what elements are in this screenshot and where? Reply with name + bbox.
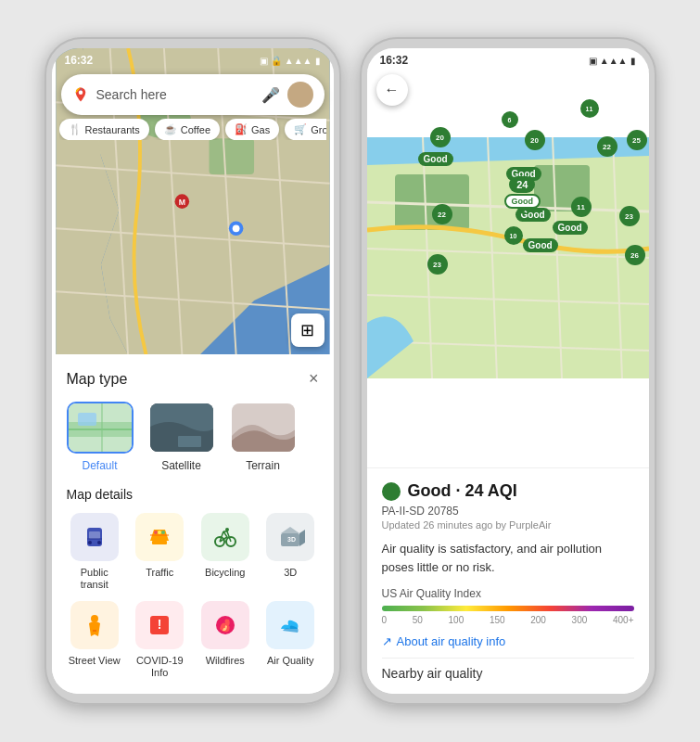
panel-close-button[interactable]: × — [309, 369, 319, 389]
map-type-default-label: Default — [82, 459, 117, 472]
battery-icon: ▮ — [315, 56, 321, 66]
search-placeholder: Search here — [96, 87, 254, 102]
map-type-thumb-satellite — [148, 402, 215, 454]
airquality-icon-box — [266, 601, 314, 649]
covid-icon-box: ! — [135, 601, 184, 649]
traffic-icon-box — [135, 513, 184, 561]
aqi-dot-20b: 20 — [525, 130, 545, 150]
user-avatar[interactable] — [287, 82, 313, 108]
aqi-info-link[interactable]: ↗ About air quality info — [382, 634, 634, 648]
chip-coffee[interactable]: ☕ Coffee — [155, 119, 220, 140]
aqi-scale-bar — [382, 606, 634, 611]
svg-point-34 — [154, 531, 158, 534]
panel-header: Map type × — [67, 369, 319, 389]
right-screen: 16:32 ▣ ▲▲▲ ▮ ← 11 6 20 2 — [367, 48, 649, 694]
back-button[interactable]: ← — [376, 74, 408, 106]
detail-streetview[interactable]: Street View — [67, 601, 123, 679]
map-type-thumb-terrain — [230, 402, 297, 454]
map-type-terrain-label: Terrain — [246, 459, 280, 472]
svg-rect-2 — [209, 138, 254, 174]
search-bar[interactable]: Search here 🎤 — [61, 74, 325, 115]
aqi-updated: Updated 26 minutes ago by PurpleAir — [382, 519, 634, 531]
nearby-air-quality-label: Nearby air quality — [382, 658, 634, 681]
chip-restaurants[interactable]: 🍴 Restaurants — [59, 119, 149, 140]
aqi-dot-10: 10 — [504, 226, 523, 245]
external-link-icon: ↗ — [382, 634, 392, 648]
right-phone: 16:32 ▣ ▲▲▲ ▮ ← 11 6 20 2 — [360, 37, 656, 705]
category-chips: 🍴 Restaurants ☕ Coffee ⛽ Gas 🛒 Grocer — [59, 119, 326, 140]
svg-point-44 — [91, 615, 98, 622]
detail-covid[interactable]: ! COVID-19 Info — [132, 601, 188, 679]
3d-label: 3D — [284, 567, 297, 579]
aqi-dot-23b: 23 — [427, 254, 448, 275]
traffic-label: Traffic — [146, 567, 173, 579]
aqi-station: PA-II-SD 20785 — [382, 505, 634, 518]
svg-point-29 — [88, 541, 92, 544]
map-details-title: Map details — [67, 487, 319, 502]
aqi-dot-22b: 22 — [432, 204, 452, 224]
aqi-description: Air quality is satisfactory, and air pol… — [382, 540, 634, 576]
layer-button[interactable]: ⊞ — [291, 313, 325, 347]
aqi-dot-11b: 11 — [571, 197, 592, 217]
right-battery-icon: ▮ — [630, 56, 636, 66]
aqi-dot-22a: 22 — [597, 136, 617, 157]
detail-bicycling[interactable]: Bicycling — [197, 513, 254, 591]
lock-icon: 🔒 — [271, 56, 282, 66]
aqi-good-label-1: Good — [418, 152, 453, 166]
biking-icon-box — [201, 513, 249, 561]
transit-icon-box — [70, 513, 119, 561]
svg-point-30 — [97, 541, 101, 544]
svg-rect-22 — [78, 413, 96, 426]
covid-label: COVID-19 Info — [132, 655, 188, 679]
aqi-scale-numbers: 0 50 100 150 200 300 400+ — [382, 615, 634, 625]
main-container: M 16:32 ▣ 🔒 ▲▲▲ ▮ — [0, 0, 700, 742]
map-type-satellite-label: Satellite — [161, 459, 201, 472]
map-type-satellite[interactable]: Satellite — [148, 402, 215, 472]
bicycling-label: Bicycling — [205, 567, 245, 579]
svg-text:!: ! — [158, 617, 162, 632]
aqi-dot-25: 25 — [627, 130, 647, 150]
google-maps-icon — [72, 86, 89, 103]
restaurant-icon: 🍴 — [69, 123, 82, 135]
wildfire-icon-box — [201, 601, 249, 649]
detail-3d[interactable]: 3D 3D — [262, 513, 319, 591]
camera-icon: ▣ — [260, 56, 268, 66]
svg-rect-32 — [152, 541, 167, 544]
detail-traffic[interactable]: Traffic — [132, 513, 188, 591]
svg-point-13 — [232, 224, 239, 232]
left-status-bar: 16:32 ▣ 🔒 ▲▲▲ ▮ — [52, 48, 334, 70]
map-type-default[interactable]: Default — [67, 402, 134, 472]
left-screen: M 16:32 ▣ 🔒 ▲▲▲ ▮ — [52, 48, 334, 694]
aqi-dot-26: 26 — [625, 245, 645, 265]
aqi-dot-23a: 23 — [619, 206, 640, 226]
aqi-dot-20a: 20 — [430, 127, 451, 147]
svg-point-36 — [161, 531, 165, 534]
svg-text:3D: 3D — [287, 536, 296, 543]
detail-wildfire[interactable]: Wildfires — [197, 601, 254, 679]
svg-marker-42 — [299, 530, 305, 546]
chip-gas[interactable]: ⛽ Gas — [225, 119, 279, 140]
map-type-thumb-default — [67, 402, 134, 454]
aqi-header: Good · 24 AQI — [382, 481, 634, 501]
map-type-terrain[interactable]: Terrain — [230, 402, 297, 472]
aqi-selected-pin[interactable]: 24 Good — [504, 176, 541, 214]
detail-transit[interactable]: Public transit — [67, 513, 123, 591]
wildfire-label: Wildfires — [206, 655, 245, 667]
mic-icon[interactable]: 🎤 — [261, 86, 280, 104]
detail-airquality[interactable]: Air Quality — [262, 601, 319, 679]
aqi-title: Good · 24 AQI — [408, 481, 517, 501]
chip-grocer[interactable]: 🛒 Grocer — [285, 119, 325, 140]
panel-title: Map type — [67, 371, 128, 388]
aqi-dot-6: 6 — [502, 111, 518, 128]
streetview-label: Street View — [69, 655, 121, 667]
3d-icon-box: 3D — [266, 513, 314, 561]
aqi-good-label-4: Good — [553, 221, 588, 235]
layer-icon: ⊞ — [300, 320, 314, 340]
pin-tail — [517, 209, 527, 214]
back-arrow-icon: ← — [385, 82, 400, 98]
streetview-icon-box — [70, 601, 119, 649]
map-types-row: Default Satellite — [67, 402, 319, 472]
svg-point-35 — [158, 531, 161, 534]
svg-marker-41 — [281, 527, 299, 533]
aqi-info-panel: Good · 24 AQI PA-II-SD 20785 Updated 26 … — [367, 467, 649, 694]
